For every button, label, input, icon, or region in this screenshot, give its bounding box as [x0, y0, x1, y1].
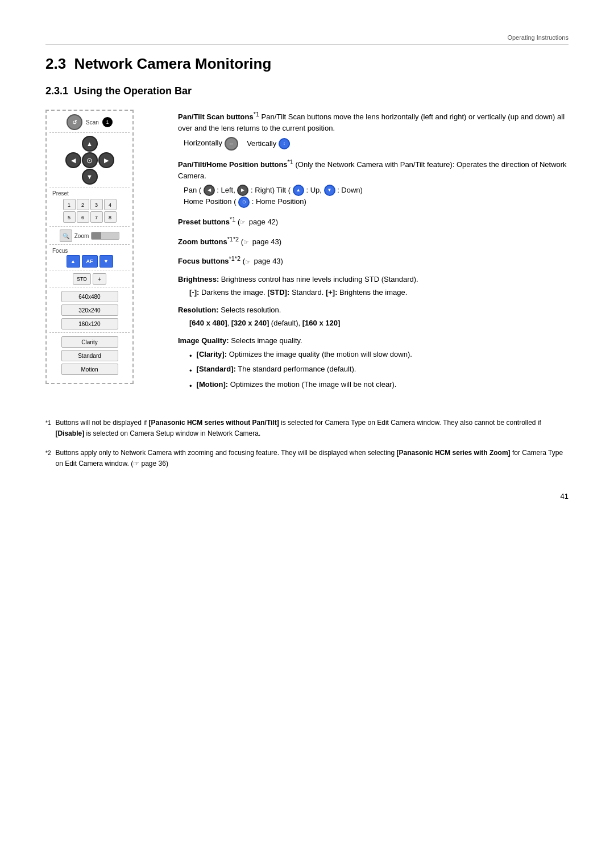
op-bar-ui: ↺ Scan 1 — [45, 110, 134, 384]
quality-section: Clarity Standard Motion — [49, 336, 130, 378]
quality-clarity-button[interactable]: Clarity — [61, 336, 118, 348]
horizontal-scan-icon: ↔ — [225, 137, 238, 151]
pantilt-row — [65, 136, 114, 185]
brightness-minus-text: [-]: Darkens the image. [STD]: Standard.… — [189, 288, 407, 297]
page-container: Operating Instructions 2.3 Network Camer… — [0, 0, 614, 868]
footnote-1-text: Buttons will not be displayed if [Panaso… — [55, 418, 569, 439]
home-position-desc: Home Position ( ⊙ : Home Position) — [184, 196, 569, 208]
desc-pan-tilt-home-sup: *1 — [288, 158, 293, 165]
subsection-title: 2.3.1 Using the Operation Bar — [45, 85, 569, 97]
brightness-plus-button[interactable]: + — [93, 273, 106, 285]
brightness-row: STD + — [49, 273, 130, 285]
desc-resolution-label: Resolution: — [178, 306, 219, 314]
pantilt-center-row — [65, 152, 114, 168]
desc-focus-page: page 43) — [252, 257, 283, 266]
subsection-title-text: Using the Operation Bar — [74, 85, 192, 97]
focus-row: ▲ AF ▼ — [67, 255, 113, 268]
scan-label: Scan — [86, 119, 99, 126]
quality-bullet-clarity: • [Clarity]: Optimizes the image quality… — [189, 349, 569, 362]
res-320-button[interactable]: 320x240 — [61, 304, 118, 316]
preset-label: Preset — [52, 190, 69, 197]
quality-bullet-standard: • [Standard]: The standard performance (… — [189, 364, 569, 377]
tilt-up-text: : Up, — [306, 186, 323, 194]
desc-preset-page: page 42) — [247, 218, 278, 226]
preset-btn-5[interactable]: 5 — [63, 211, 76, 223]
preset-btn-6[interactable]: 6 — [77, 211, 89, 223]
desc-resolution-text: Selects resolution. — [221, 306, 281, 314]
res-640-button[interactable]: 640x480 — [61, 291, 118, 302]
zoom-book-icon: ☞ — [243, 237, 249, 247]
zoom-bar — [91, 232, 119, 240]
section-number: 2.3 — [45, 55, 66, 72]
bullet-dot-standard: • — [189, 365, 192, 377]
home-position-button[interactable] — [82, 152, 98, 168]
quality-motion-button[interactable]: Motion — [61, 364, 118, 375]
scan-icons-row: Horizontally ↔ Vertically ↕ — [184, 137, 569, 151]
preset-btn-3[interactable]: 3 — [90, 199, 103, 210]
vertical-scan-icon: ↕ — [279, 138, 290, 149]
desc-brightness-text: Brightness control has nine levels inclu… — [221, 275, 418, 283]
preset-grid: 1 2 3 4 5 6 7 8 — [63, 199, 117, 223]
res-160-button[interactable]: 160x120 — [61, 318, 118, 329]
page-header: Operating Instructions — [45, 34, 569, 45]
vertically-label: Vertically — [247, 139, 279, 148]
preset-btn-7[interactable]: 7 — [90, 211, 103, 223]
footnote-2-num: *2 — [45, 449, 51, 469]
home-icon: ⊙ — [238, 197, 250, 208]
focus-section: Focus ▲ AF ▼ — [49, 248, 130, 270]
resolution-values: [640 x 480], [320 x 240] (default), [160… — [189, 318, 569, 329]
desc-focus-label: Focus buttons — [178, 257, 229, 266]
quality-bullet-list: • [Clarity]: Optimizes the image quality… — [189, 349, 569, 392]
pantilt-section — [49, 136, 130, 187]
pan-right-button[interactable] — [98, 152, 114, 168]
quality-standard-button[interactable]: Standard — [61, 350, 118, 361]
focus-far-button[interactable]: ▼ — [99, 255, 113, 268]
preset-btn-8[interactable]: 8 — [104, 211, 117, 223]
desc-pan-tilt-home-label: Pan/Tilt/Home Position buttons — [178, 161, 288, 169]
scan-section: ↺ Scan 1 — [49, 114, 130, 133]
desc-brightness: Brightness: Brightness control has nine … — [178, 274, 569, 298]
descriptions-panel: Pan/Tilt Scan buttons*1 Pan/Tilt Scan bu… — [178, 110, 569, 400]
desc-preset: Preset buttons*1 (☞ page 42) — [178, 215, 569, 228]
resolution-640-text: [640 x 480] — [189, 319, 227, 327]
page-number: 41 — [45, 492, 569, 500]
brightness-std-button[interactable]: STD — [73, 273, 91, 285]
preset-btn-1[interactable]: 1 — [63, 199, 76, 210]
footnote-2-text: Buttons apply only to Network Camera wit… — [55, 448, 569, 469]
tilt-up-button[interactable] — [82, 136, 98, 152]
af-button[interactable]: AF — [82, 255, 98, 268]
desc-focus-sup: *1*2 — [229, 255, 240, 262]
section-title-text: Network Camera Monitoring — [74, 55, 272, 72]
desc-pan-tilt-home: Pan/Tilt/Home Position buttons*1 (Only t… — [178, 157, 569, 207]
preset-btn-4[interactable]: 4 — [104, 199, 117, 210]
home-text: Home Position ( — [184, 197, 236, 206]
section-title: 2.3 Network Camera Monitoring — [45, 55, 569, 73]
desc-preset-sup: *1 — [230, 216, 235, 223]
standard-text: [Standard]: The standard performance (de… — [197, 364, 356, 377]
desc-preset-label: Preset buttons — [178, 218, 230, 226]
footnotes-area: *1 Buttons will not be displayed if [Pan… — [45, 418, 569, 469]
resolution-320-text: [320 x 240] — [231, 319, 269, 327]
operation-bar-panel: ↺ Scan 1 — [45, 110, 144, 384]
quality-bullet-motion: • [Motion]: Optimizes the motion (The im… — [189, 379, 569, 392]
footnote-1-num: *1 — [45, 419, 51, 439]
scan-button[interactable]: ↺ — [67, 114, 82, 130]
footnote-2: *2 Buttons apply only to Network Camera … — [45, 448, 569, 469]
resolution-160-text: [160 x 120] — [302, 319, 341, 327]
scan-row: ↺ Scan 1 — [49, 114, 130, 130]
preset-btn-2[interactable]: 2 — [77, 199, 89, 210]
desc-focus: Focus buttons*1*2 (☞ page 43) — [178, 254, 569, 267]
desc-image-quality-label: Image Quality: — [178, 336, 229, 345]
pan-text: Pan ( — [184, 186, 201, 194]
pan-tilt-icons-desc: Pan ( ◀ : Left, ▶ : Right) Tilt ( ▲ : Up… — [184, 185, 569, 197]
tilt-down-button[interactable] — [82, 169, 98, 185]
tilt-up-icon: ▲ — [293, 185, 304, 196]
resolution-default: (default), — [269, 319, 302, 327]
horizontally-label: Horizontally — [184, 139, 225, 148]
desc-pan-tilt-scan-label: Pan/Tilt Scan buttons — [178, 112, 254, 121]
zoom-out-icon[interactable]: 🔍 — [60, 229, 72, 242]
pan-left-button[interactable] — [65, 152, 81, 168]
focus-label: Focus — [52, 248, 68, 254]
main-content-area: ↺ Scan 1 — [45, 110, 569, 400]
focus-near-button[interactable]: ▲ — [67, 255, 80, 268]
